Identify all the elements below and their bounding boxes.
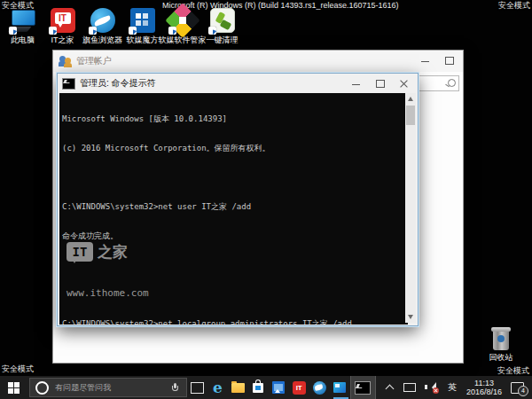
close-button[interactable] [392, 74, 416, 93]
notification-badge: 4 [518, 386, 528, 396]
desktop-icon-label: 软媒魔方 [127, 35, 159, 44]
ithome-icon: IT [293, 381, 306, 395]
cmd-icon [62, 78, 75, 90]
taskbar-clock[interactable]: 11:13 2016/8/16 [466, 379, 502, 396]
one-click-clean-icon [209, 7, 236, 34]
task-view-button[interactable] [187, 376, 207, 399]
cmd-window-title: 管理员: 命令提示符 [80, 77, 156, 90]
edge-taskbar-button[interactable]: e [207, 376, 228, 399]
volume-muted-icon[interactable] [425, 382, 439, 393]
ithome-logo-suffix: 之家 [98, 247, 128, 257]
software-manager-icon [169, 7, 196, 34]
swordfish-browser-icon [90, 7, 116, 34]
mute-badge-icon [433, 387, 439, 394]
taskbar: 有问题尽管问我 e IT 英 11:13 2016/8/16 4 [0, 376, 532, 399]
terminal-output[interactable]: Microsoft Windows [版本 10.0.14393] (c) 20… [59, 93, 408, 325]
scroll-down-icon[interactable] [408, 315, 413, 319]
start-button[interactable] [0, 376, 27, 399]
command-prompt-window[interactable]: 管理员: 命令提示符 Microsoft Windows [版本 10.0.14… [57, 73, 419, 326]
photos-app-icon [272, 381, 285, 394]
swordfish-browser-taskbar-button[interactable] [309, 376, 330, 399]
desktop-icon-row: 此电脑 IT IT之家 旗鱼浏览器 软媒魔方 软媒软件管家 一 [3, 7, 242, 44]
running-app-icon [333, 382, 346, 393]
shortcut-arrow-icon [89, 27, 97, 35]
desktop-icon-one-click-clean[interactable]: 一键清理 [202, 7, 242, 44]
network-icon[interactable] [403, 383, 416, 393]
desktop-icon-swordfish-browser[interactable]: 旗鱼浏览器 [82, 7, 122, 44]
manage-accounts-titlebar[interactable]: 管理帐户 [53, 51, 463, 72]
recycle-bin[interactable]: 回收站 [483, 327, 519, 364]
ruanmei-mofang-icon [129, 7, 156, 34]
this-pc-icon [10, 7, 36, 34]
ithome-taskbar-button[interactable]: IT [289, 376, 309, 399]
cmd-taskbar-button-active[interactable] [350, 376, 377, 399]
tray-overflow-chevron-icon[interactable] [387, 384, 394, 391]
recycle-bin-icon [491, 327, 511, 350]
action-center-button[interactable]: 4 [511, 382, 525, 394]
ithome-watermark: IT 之家 www.ithome.com [66, 223, 149, 317]
scroll-up-icon[interactable] [408, 97, 413, 101]
shortcut-arrow-icon [168, 27, 176, 35]
cmd-icon [355, 381, 371, 395]
manage-accounts-title: 管理帐户 [76, 55, 112, 67]
desktop-icon-ruanmei-mofang[interactable]: 软媒魔方 [122, 7, 162, 44]
browser-globe-icon [313, 381, 326, 395]
file-explorer-taskbar-button[interactable] [228, 376, 248, 399]
search-icon [448, 79, 456, 87]
desktop-icon-ithome[interactable]: IT IT之家 [43, 7, 82, 44]
shortcut-arrow-icon [9, 27, 17, 35]
maximize-button[interactable] [437, 51, 461, 70]
safe-mode-label-bottom-right: 安全模式 [497, 366, 529, 376]
terminal-line [62, 173, 408, 183]
store-taskbar-button[interactable] [248, 376, 269, 399]
cortana-search-input[interactable]: 有问题尽管问我 [29, 378, 187, 397]
cmd-titlebar[interactable]: 管理员: 命令提示符 [58, 74, 418, 93]
scrollbar-thumb[interactable] [406, 106, 415, 125]
desktop-icon-label: 一键清理 [207, 35, 239, 44]
system-tray: 英 11:13 2016/8/16 4 [381, 376, 532, 399]
user-accounts-icon [59, 55, 73, 67]
shortcut-arrow-icon [129, 27, 137, 35]
ithome-logo-icon: IT [66, 242, 93, 262]
terminal-line: (c) 2016 Microsoft Corporation。保留所有权利。 [62, 144, 408, 153]
cortana-icon [35, 381, 49, 395]
clock-time: 11:13 [466, 379, 502, 387]
desktop-icon-this-pc[interactable]: 此电脑 [3, 7, 43, 44]
search-placeholder: 有问题尽管问我 [55, 382, 172, 394]
edge-icon: e [213, 380, 223, 395]
safe-mode-label-top-right: 安全模式 [498, 1, 530, 11]
safe-mode-label-bottom-left: 安全模式 [2, 364, 34, 374]
terminal-line: C:\WINDOWS\system32>net localgroup admin… [62, 319, 408, 325]
ime-indicator[interactable]: 英 [448, 381, 457, 394]
store-icon [253, 383, 263, 393]
terminal-scrollbar[interactable] [405, 93, 416, 323]
ithome-icon: IT [50, 7, 76, 34]
task-view-icon [191, 382, 204, 394]
terminal-line: Microsoft Windows [版本 10.0.14393] [62, 114, 408, 124]
desktop-icon-label: 旗鱼浏览器 [82, 35, 122, 44]
shortcut-arrow-icon [49, 27, 57, 35]
windows-logo-icon [8, 382, 20, 394]
maximize-button[interactable] [368, 74, 392, 93]
desktop-icon-software-manager[interactable]: 软媒软件管家 [162, 7, 202, 44]
recycle-bin-label: 回收站 [483, 352, 519, 364]
desktop-icon-label: 此电脑 [11, 35, 35, 44]
shortcut-arrow-icon [208, 27, 216, 35]
terminal-line: C:\WINDOWS\system32>net user IT之家 /add [62, 202, 408, 212]
file-explorer-icon [231, 383, 245, 393]
desktop-icon-label: IT之家 [51, 35, 74, 44]
minimize-button[interactable] [413, 51, 437, 70]
clock-date: 2016/8/16 [466, 387, 502, 396]
minimize-button[interactable] [344, 74, 368, 93]
microphone-icon[interactable] [172, 383, 178, 392]
photos-taskbar-button[interactable] [269, 376, 289, 399]
ithome-url: www.ithome.com [66, 288, 149, 298]
running-app-taskbar-button[interactable] [330, 376, 350, 399]
